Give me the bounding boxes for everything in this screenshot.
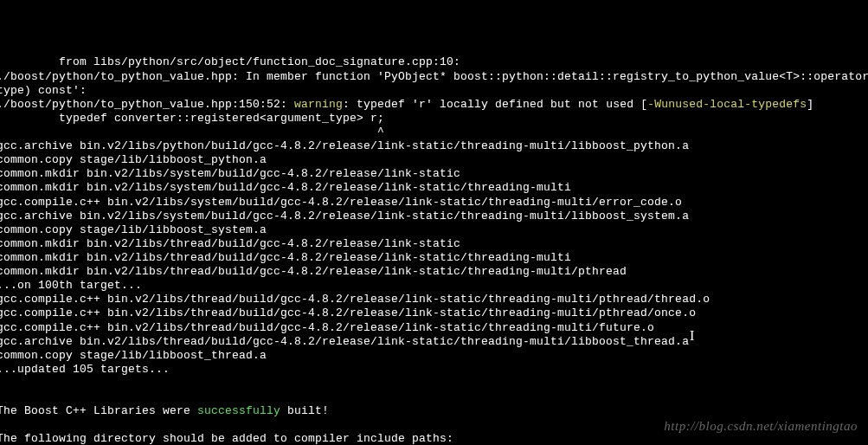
build-line: gcc.archive bin.v2/libs/thread/build/gcc…	[0, 335, 689, 348]
build-line: common.copy stage/lib/libboost_python.a	[0, 153, 267, 166]
build-line: common.mkdir bin.v2/libs/system/build/gc…	[0, 167, 460, 180]
text-cursor-icon: I	[690, 327, 695, 345]
build-line: gcc.compile.c++ bin.v2/libs/system/build…	[0, 196, 682, 209]
build-line: common.mkdir bin.v2/libs/thread/build/gc…	[0, 265, 627, 278]
build-line: gcc.archive bin.v2/libs/system/build/gcc…	[0, 210, 689, 222]
success-word: successfully	[197, 404, 280, 417]
build-line: ...on 100th target...	[0, 279, 142, 292]
build-line: common.mkdir bin.v2/libs/thread/build/gc…	[0, 251, 571, 264]
build-line: common.copy stage/lib/libboost_thread.a	[0, 349, 267, 362]
context-line: type) const':	[0, 84, 87, 97]
caret-line: ^	[0, 126, 384, 139]
build-line: gcc.compile.c++ bin.v2/libs/thread/build…	[0, 306, 696, 319]
warning-file: ./boost/python/to_python_value.hpp:150:5…	[0, 98, 294, 111]
compiler-path-msg: The following directory should be added …	[0, 432, 453, 445]
watermark: http://blog.csdn.net/xiamentingtao	[664, 418, 858, 435]
terminal-output[interactable]: from libs/python/src/object/function_doc…	[0, 55, 868, 445]
build-line: gcc.compile.c++ bin.v2/libs/thread/build…	[0, 321, 654, 334]
context-line: from libs/python/src/object/function_doc…	[0, 55, 460, 68]
build-line: common.copy stage/lib/libboost_system.a	[0, 223, 267, 236]
warning-flag: -Wunused-local-typedefs	[647, 98, 807, 111]
success-post: built!	[280, 404, 329, 417]
warning-end: ]	[807, 98, 813, 111]
warning-msg: : typedef 'r' locally defined but not us…	[343, 98, 647, 111]
build-line: common.mkdir bin.v2/libs/thread/build/gc…	[0, 237, 460, 250]
build-line: ...updated 105 targets...	[0, 363, 170, 376]
success-pre: The Boost C++ Libraries were	[0, 404, 197, 417]
build-line: gcc.compile.c++ bin.v2/libs/thread/build…	[0, 293, 710, 306]
context-line: ./boost/python/to_python_value.hpp: In m…	[0, 70, 868, 83]
typedef-line: typedef converter::registered<argument_t…	[0, 112, 384, 125]
build-line: common.mkdir bin.v2/libs/system/build/gc…	[0, 181, 571, 194]
build-line: gcc.archive bin.v2/libs/python/build/gcc…	[0, 139, 689, 152]
warning-label: warning	[294, 98, 343, 111]
